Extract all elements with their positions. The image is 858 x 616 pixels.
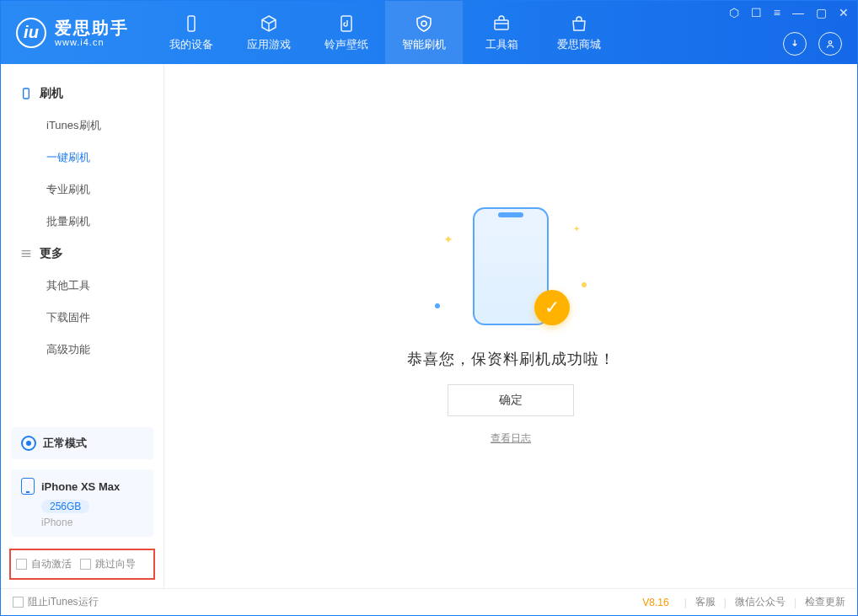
tab-label: 我的设备 (169, 37, 213, 52)
svg-rect-1 (341, 16, 351, 31)
main-content: ✦ ✦ ✓ 恭喜您，保资料刷机成功啦！ 确定 查看日志 (164, 64, 857, 588)
svg-rect-2 (495, 20, 508, 29)
cube-icon (259, 13, 279, 34)
dot-icon (435, 303, 440, 308)
nav-tabs: 我的设备 应用游戏 铃声壁纸 智能刷机 工具箱 爱思商城 (153, 1, 618, 64)
section-flash: 刷机 (1, 78, 164, 110)
footer: 阻止iTunes运行 V8.16 | 客服 | 微信公众号 | 检查更新 (1, 588, 857, 615)
section-title: 更多 (40, 246, 63, 261)
tab-smart-flash[interactable]: 智能刷机 (385, 1, 463, 64)
version-label: V8.16 (642, 597, 668, 608)
body: 刷机 iTunes刷机 一键刷机 专业刷机 批量刷机 更多 其他工具 下载固件 … (1, 64, 857, 588)
store-icon (569, 13, 589, 34)
tab-label: 应用游戏 (247, 37, 291, 52)
tab-label: 智能刷机 (402, 37, 446, 52)
user-icon (824, 38, 836, 50)
check-badge-icon: ✓ (534, 290, 570, 325)
header: iu 爱思助手 www.i4.cn 我的设备 应用游戏 铃声壁纸 智能刷机 (1, 1, 857, 64)
success-illustration: ✦ ✦ ✓ (435, 207, 587, 334)
svg-rect-0 (188, 16, 195, 31)
footer-left: 阻止iTunes运行 (13, 595, 99, 609)
app-window: iu 爱思助手 www.i4.cn 我的设备 应用游戏 铃声壁纸 智能刷机 (0, 0, 858, 616)
tab-label: 工具箱 (485, 37, 518, 52)
separator: | (724, 597, 727, 608)
mode-box[interactable]: 正常模式 (11, 427, 153, 459)
device-icon (181, 13, 201, 34)
tab-label: 铃声壁纸 (324, 37, 368, 52)
flash-options-highlight: 自动激活 跳过向导 (9, 549, 155, 580)
block-itunes-label: 阻止iTunes运行 (28, 595, 99, 609)
mode-icon (21, 436, 36, 451)
window-controls: ⬡ ☐ ≡ — ▢ ✕ (729, 6, 849, 19)
download-icon (789, 38, 801, 50)
auto-activate-label: 自动激活 (31, 557, 72, 571)
auto-activate-checkbox[interactable]: 自动激活 (16, 557, 72, 571)
svg-point-3 (829, 41, 832, 45)
device-name: iPhone XS Max (41, 480, 120, 493)
minimize-button[interactable]: — (792, 6, 804, 19)
menu-icon[interactable]: ≡ (774, 6, 780, 19)
dot-icon (582, 282, 587, 287)
sidebar-item-oneclick-flash[interactable]: 一键刷机 (1, 142, 164, 174)
ok-button[interactable]: 确定 (448, 384, 574, 416)
app-domain: www.i4.cn (55, 37, 129, 47)
footer-right: V8.16 | 客服 | 微信公众号 | 检查更新 (642, 595, 845, 609)
sidebar-item-itunes-flash[interactable]: iTunes刷机 (1, 110, 164, 142)
success-message: 恭喜您，保资料刷机成功啦！ (407, 349, 615, 369)
separator: | (684, 597, 687, 608)
user-button[interactable] (818, 32, 842, 56)
section-more-items: 其他工具 下载固件 高级功能 (1, 270, 164, 366)
logo: iu 爱思助手 www.i4.cn (1, 1, 144, 64)
mode-label: 正常模式 (43, 436, 87, 451)
app-name: 爱思助手 (55, 19, 129, 37)
checkbox-icon (80, 559, 91, 570)
tab-apps-games[interactable]: 应用游戏 (230, 1, 308, 64)
device-storage: 256GB (41, 500, 89, 513)
skip-guide-checkbox[interactable]: 跳过向导 (80, 557, 136, 571)
sparkle-icon: ✦ (443, 233, 453, 246)
menu-icon (19, 247, 33, 260)
separator: | (794, 597, 796, 608)
tab-my-device[interactable]: 我的设备 (153, 1, 230, 64)
sidebar-item-download-firmware[interactable]: 下载固件 (1, 302, 164, 334)
svg-rect-4 (24, 88, 29, 99)
section-title: 刷机 (40, 86, 63, 101)
close-button[interactable]: ✕ (839, 6, 849, 19)
tab-ringtones-wallpapers[interactable]: 铃声壁纸 (308, 1, 385, 64)
tab-toolbox[interactable]: 工具箱 (463, 1, 540, 64)
section-flash-items: iTunes刷机 一键刷机 专业刷机 批量刷机 (1, 110, 164, 238)
phone-icon (21, 478, 35, 495)
sidebar: 刷机 iTunes刷机 一键刷机 专业刷机 批量刷机 更多 其他工具 下载固件 … (1, 64, 164, 588)
tab-store[interactable]: 爱思商城 (540, 1, 618, 64)
section-more: 更多 (1, 238, 164, 270)
sidebar-item-advanced[interactable]: 高级功能 (1, 334, 164, 366)
view-log-link[interactable]: 查看日志 (491, 431, 531, 446)
device-box[interactable]: iPhone XS Max 256GB iPhone (11, 469, 153, 537)
sidebar-item-pro-flash[interactable]: 专业刷机 (1, 174, 164, 206)
skip-guide-label: 跳过向导 (95, 557, 136, 571)
download-button[interactable] (783, 32, 807, 56)
sidebar-item-batch-flash[interactable]: 批量刷机 (1, 206, 164, 238)
shirt-icon[interactable]: ⬡ (729, 6, 739, 19)
sidebar-scroll: 刷机 iTunes刷机 一键刷机 专业刷机 批量刷机 更多 其他工具 下载固件 … (1, 64, 164, 422)
logo-text: 爱思助手 www.i4.cn (55, 19, 129, 47)
logo-icon: iu (16, 18, 46, 48)
sparkle-icon: ✦ (573, 224, 580, 233)
footer-link-support[interactable]: 客服 (695, 595, 716, 609)
sidebar-item-other-tools[interactable]: 其他工具 (1, 270, 164, 302)
shield-refresh-icon (414, 13, 434, 34)
toolbox-icon (491, 13, 512, 34)
maximize-button[interactable]: ▢ (816, 6, 827, 19)
footer-link-update[interactable]: 检查更新 (805, 595, 845, 609)
music-file-icon (336, 13, 357, 34)
checkbox-icon (16, 559, 27, 570)
feedback-icon[interactable]: ☐ (751, 6, 762, 19)
footer-link-wechat[interactable]: 微信公众号 (735, 595, 786, 609)
device-icon (19, 87, 33, 100)
tab-label: 爱思商城 (557, 37, 601, 52)
checkbox-icon (13, 597, 24, 608)
device-type: iPhone (41, 517, 143, 528)
header-actions (783, 32, 842, 56)
block-itunes-checkbox[interactable]: 阻止iTunes运行 (13, 595, 99, 609)
